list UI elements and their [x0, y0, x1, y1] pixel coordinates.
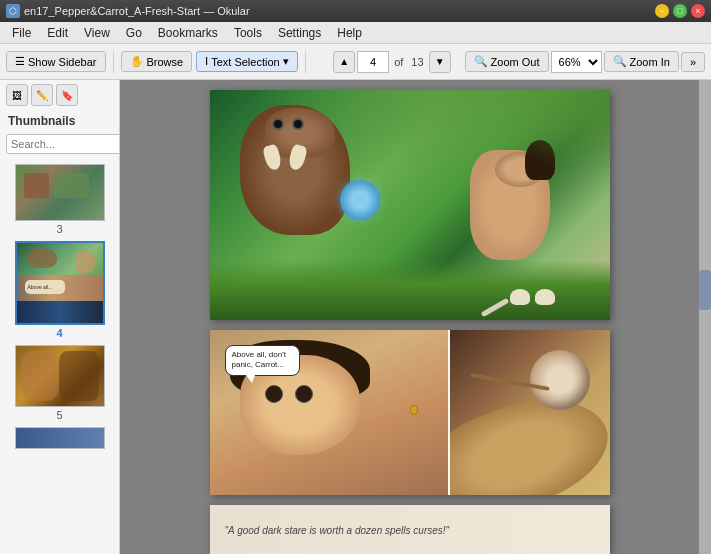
pdf-page-4-comic: Above all, don't panic, Carrot... [210, 330, 610, 495]
zoom-in-label: Zoom In [630, 56, 670, 68]
thumbnail-label-5: 5 [56, 409, 62, 421]
skull-1 [510, 289, 530, 305]
window-title: en17_Pepper&Carrot_A-Fresh-Start — Okula… [24, 5, 250, 17]
dropdown-arrow-icon: ▾ [283, 55, 289, 68]
text-selection-label: Text Selection [211, 56, 279, 68]
zoom-out-label: Zoom Out [491, 56, 540, 68]
menu-edit[interactable]: Edit [39, 24, 76, 42]
sidebar-annotations-btn[interactable]: ✏️ [31, 84, 53, 106]
page-of-label: of [391, 56, 406, 68]
sidebar-search-area: ▽ [0, 132, 119, 160]
blue-orb [340, 180, 380, 220]
page-prev-button[interactable]: ▲ [333, 51, 355, 73]
thumbnail-page-3[interactable]: 3 [6, 164, 113, 235]
speech-bubble: Above all, don't panic, Carrot... [225, 345, 300, 376]
menu-settings[interactable]: Settings [270, 24, 329, 42]
browse-button[interactable]: ✋ Browse [121, 51, 193, 72]
search-input[interactable] [6, 134, 120, 154]
comic-panel-right [450, 330, 610, 495]
thumbnail-label-3: 3 [56, 223, 62, 235]
bottom-quote: "A good dark stare is worth a dozen spel… [225, 525, 450, 536]
page-number-input[interactable] [357, 51, 389, 73]
browse-label: Browse [147, 56, 184, 68]
app-icon: ⬡ [6, 4, 20, 18]
pdf-page-5-partial: "A good dark stare is worth a dozen spel… [210, 505, 610, 554]
show-sidebar-button[interactable]: ☰ Show Sidebar [6, 51, 106, 72]
minimize-button[interactable]: − [655, 4, 669, 18]
menu-bookmarks[interactable]: Bookmarks [150, 24, 226, 42]
main-area: 🖼 ✏️ 🔖 Thumbnails ▽ 3 [0, 80, 711, 554]
titlebar-left: ⬡ en17_Pepper&Carrot_A-Fresh-Start — Oku… [6, 4, 250, 18]
window-controls: − □ × [655, 4, 705, 18]
toolbar-separator-2 [305, 51, 306, 73]
thumbnail-label-4: 4 [56, 327, 62, 339]
skull-2 [535, 289, 555, 305]
vertical-scrollbar[interactable] [699, 80, 711, 554]
toolbar-separator-1 [113, 51, 114, 73]
zoom-out-button[interactable]: 🔍 Zoom Out [465, 51, 549, 72]
zoom-controls: 🔍 Zoom Out 66% 🔍 Zoom In » [465, 51, 705, 73]
menu-view[interactable]: View [76, 24, 118, 42]
zoom-out-icon: 🔍 [474, 55, 488, 68]
show-sidebar-label: Show Sidebar [28, 56, 97, 68]
text-selection-button[interactable]: Ⅰ Text Selection ▾ [196, 51, 297, 72]
hand-icon: ✋ [130, 55, 144, 68]
pdf-page-4 [210, 90, 610, 320]
comic-panels: Above all, don't panic, Carrot... [210, 330, 610, 495]
thumbnail-page-5[interactable]: 5 [6, 345, 113, 421]
close-button[interactable]: × [691, 4, 705, 18]
more-tools-button[interactable]: » [681, 52, 705, 72]
page-bottom-text: "A good dark stare is worth a dozen spel… [210, 505, 610, 554]
thumbnails-list: 3 Above all... 4 [0, 160, 119, 554]
sidebar: 🖼 ✏️ 🔖 Thumbnails ▽ 3 [0, 80, 120, 554]
sidebar-title: Thumbnails [0, 108, 119, 132]
sidebar-thumbnails-btn[interactable]: 🖼 [6, 84, 28, 106]
menubar: File Edit View Go Bookmarks Tools Settin… [0, 22, 711, 44]
zoom-level-select[interactable]: 66% [551, 51, 602, 73]
maximize-button[interactable]: □ [673, 4, 687, 18]
toolbar: ☰ Show Sidebar ✋ Browse Ⅰ Text Selection… [0, 44, 711, 80]
page-next-button[interactable]: ▼ [429, 51, 451, 73]
menu-file[interactable]: File [4, 24, 39, 42]
menu-go[interactable]: Go [118, 24, 150, 42]
titlebar: ⬡ en17_Pepper&Carrot_A-Fresh-Start — Oku… [0, 0, 711, 22]
page-total-label: 13 [408, 56, 426, 68]
page-partial: "A good dark stare is worth a dozen spel… [210, 505, 610, 554]
comic-panel-left: Above all, don't panic, Carrot... [210, 330, 448, 495]
zoom-in-button[interactable]: 🔍 Zoom In [604, 51, 679, 72]
scrollbar-thumb[interactable] [699, 270, 711, 310]
pdf-content-area[interactable]: Above all, don't panic, Carrot... [120, 80, 699, 554]
zoom-in-icon: 🔍 [613, 55, 627, 68]
menu-tools[interactable]: Tools [226, 24, 270, 42]
text-cursor-icon: Ⅰ [205, 55, 208, 68]
thumbnail-page-4[interactable]: Above all... 4 [6, 241, 113, 339]
sidebar-icon: ☰ [15, 55, 25, 68]
page-navigation: ▲ of 13 ▼ [333, 51, 450, 73]
thumbnail-page-6-partial[interactable] [6, 427, 113, 449]
page-illustration [210, 90, 610, 320]
menu-help[interactable]: Help [329, 24, 370, 42]
circular-object [530, 350, 590, 410]
sidebar-bookmarks-btn[interactable]: 🔖 [56, 84, 78, 106]
